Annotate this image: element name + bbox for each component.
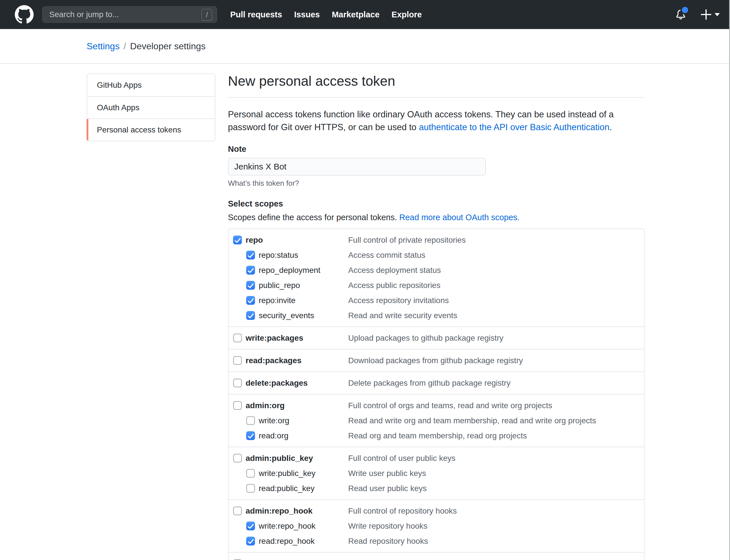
breadcrumb: Settings / Developer settings	[0, 29, 730, 64]
nav-item-explore[interactable]: Explore	[392, 10, 422, 19]
scope-checkbox-read:repo_hook[interactable]	[246, 537, 255, 545]
scope-checkbox-admin:public_key[interactable]	[233, 454, 242, 463]
scope-description: Read repository hooks	[348, 537, 428, 546]
scope-checkbox-write:repo_hook[interactable]	[246, 522, 255, 530]
scope-description: Full control of user public keys	[348, 454, 456, 463]
notifications-button[interactable]	[674, 8, 687, 21]
scope-checkbox-repo[interactable]	[233, 236, 242, 244]
scope-description: Write repository hooks	[348, 522, 428, 531]
scope-name: write:packages	[246, 334, 303, 343]
scope-group: write:packagesUpload packages to github …	[228, 326, 644, 349]
oauth-scopes-link[interactable]: Read more about OAuth scopes.	[399, 213, 520, 222]
scope-row-repo:invite: repo:inviteAccess repository invitations	[228, 293, 644, 308]
scope-checkbox-read:public_key[interactable]	[246, 484, 255, 493]
note-hint: What’s this token for?	[228, 179, 645, 188]
scope-name: repo_deployment	[259, 266, 320, 275]
scope-description: Read and write security events	[348, 311, 457, 320]
scopes-description: Scopes define the access for personal to…	[228, 212, 645, 222]
scope-description: Access deployment status	[348, 266, 441, 275]
scope-row-repo:status: repo:statusAccess commit status	[228, 248, 644, 263]
scope-row-read:packages: read:packagesDownload packages from gith…	[228, 353, 644, 368]
scope-name: repo:status	[259, 251, 298, 260]
scope-description: Full control of organization hooks	[348, 559, 465, 560]
scope-name: public_repo	[259, 281, 300, 290]
scope-checkbox-admin:repo_hook[interactable]	[233, 506, 242, 515]
scope-row-read:org: read:orgRead org and team membership, re…	[228, 428, 644, 443]
scope-row-admin:org_hook: admin:org_hookFull control of organizati…	[228, 556, 644, 560]
scope-row-read:repo_hook: read:repo_hookRead repository hooks	[228, 534, 644, 549]
basic-auth-link[interactable]: authenticate to the API over Basic Authe…	[419, 122, 610, 132]
sidebar-item-personal-access-tokens[interactable]: Personal access tokens	[87, 118, 215, 141]
caret-down-icon	[715, 13, 720, 16]
top-nav: Pull requestsIssuesMarketplaceExplore	[230, 10, 422, 19]
scope-name: repo	[246, 236, 263, 245]
scope-checkbox-repo:status[interactable]	[246, 251, 255, 259]
scope-name: write:repo_hook	[259, 522, 315, 531]
create-new-dropdown[interactable]	[701, 9, 720, 20]
scope-checkbox-admin:org[interactable]	[233, 401, 242, 410]
scope-row-security_events: security_eventsRead and write security e…	[228, 308, 644, 323]
plus-icon	[701, 9, 711, 20]
slash-hotkey-badge: /	[201, 9, 212, 21]
nav-item-pull-requests[interactable]: Pull requests	[230, 10, 282, 19]
scope-checkbox-read:packages[interactable]	[233, 356, 242, 365]
scope-description: Access repository invitations	[348, 296, 449, 305]
scope-row-repo_deployment: repo_deploymentAccess deployment status	[228, 263, 644, 278]
scope-description: Upload packages to github package regist…	[348, 334, 504, 343]
scope-description: Write user public keys	[348, 469, 426, 478]
sidebar-item-github-apps[interactable]: GitHub Apps	[87, 74, 215, 96]
search-box: /	[42, 6, 217, 23]
scope-group: delete:packagesDelete packages from gith…	[228, 371, 644, 394]
scope-description: Full control of repository hooks	[348, 506, 457, 516]
scope-checkbox-repo_deployment[interactable]	[246, 266, 255, 275]
scope-row-write:packages: write:packagesUpload packages to github …	[228, 330, 644, 346]
scope-description: Delete packages from github package regi…	[348, 379, 511, 388]
sidebar-item-oauth-apps[interactable]: OAuth Apps	[87, 96, 215, 118]
scope-checkbox-repo:invite[interactable]	[246, 296, 255, 305]
scope-name: admin:org	[246, 401, 285, 410]
breadcrumb-current: Developer settings	[130, 41, 206, 52]
scope-checkbox-write:org[interactable]	[246, 416, 255, 425]
scope-name: read:org	[259, 431, 288, 440]
scope-row-admin:public_key: admin:public_keyFull control of user pub…	[228, 451, 644, 466]
scope-name: security_events	[259, 311, 314, 320]
scope-description: Full control of private repositories	[348, 236, 466, 245]
scopes-text: Scopes define the access for personal to…	[228, 213, 399, 222]
scope-checkbox-security_events[interactable]	[246, 311, 255, 320]
scope-checkbox-write:packages[interactable]	[233, 334, 242, 342]
scope-description: Read org and team membership, read org p…	[348, 431, 527, 440]
scope-name: delete:packages	[246, 379, 308, 388]
github-logo-icon[interactable]	[15, 5, 34, 24]
scope-checkbox-delete:packages[interactable]	[233, 379, 242, 387]
main-content: New personal access token Personal acces…	[228, 64, 645, 560]
scope-name: read:public_key	[259, 484, 314, 493]
scope-row-write:repo_hook: write:repo_hookWrite repository hooks	[228, 518, 644, 534]
scope-group: admin:orgFull control of orgs and teams,…	[228, 394, 644, 447]
scope-description: Access public repositories	[348, 281, 441, 290]
title-divider	[228, 97, 645, 98]
scope-checkbox-public_repo[interactable]	[246, 281, 255, 290]
scope-group: admin:repo_hookFull control of repositor…	[228, 499, 644, 552]
scope-name: write:public_key	[259, 469, 315, 478]
nav-item-issues[interactable]: Issues	[294, 10, 320, 19]
scope-name: admin:repo_hook	[246, 506, 312, 516]
scope-name: write:org	[259, 416, 289, 425]
scope-group: admin:public_keyFull control of user pub…	[228, 447, 644, 499]
note-input[interactable]	[228, 158, 486, 175]
scope-checkbox-write:public_key[interactable]	[246, 469, 255, 478]
nav-item-marketplace[interactable]: Marketplace	[332, 10, 380, 19]
scope-row-public_repo: public_repoAccess public repositories	[228, 278, 644, 293]
scope-row-write:org: write:orgRead and write org and team mem…	[228, 413, 644, 428]
page-title: New personal access token	[228, 73, 645, 89]
scope-checkbox-read:org[interactable]	[246, 431, 255, 440]
scope-group: read:packagesDownload packages from gith…	[228, 349, 644, 371]
search-input[interactable]	[42, 7, 217, 23]
scope-row-admin:org: admin:orgFull control of orgs and teams,…	[228, 398, 644, 413]
scope-name: read:repo_hook	[259, 537, 314, 546]
scope-row-read:public_key: read:public_keyRead user public keys	[228, 481, 644, 496]
scope-box: repoFull control of private repositories…	[228, 228, 645, 560]
breadcrumb-separator: /	[124, 41, 126, 52]
top-header: / Pull requestsIssuesMarketplaceExplore	[0, 0, 730, 29]
scope-description: Read and write org and team membership, …	[348, 416, 596, 425]
breadcrumb-settings-link[interactable]: Settings	[87, 41, 120, 52]
